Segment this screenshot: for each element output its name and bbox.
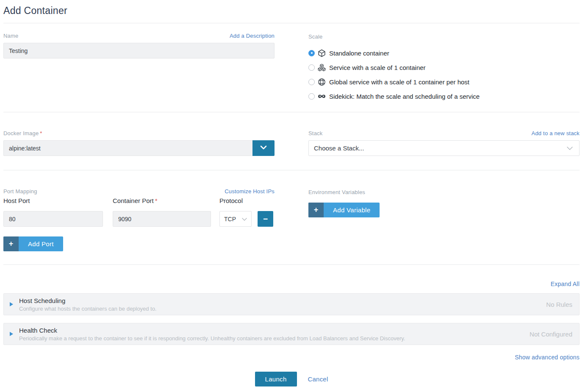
- add-description-link[interactable]: Add a Description: [230, 33, 275, 39]
- env-variables-column: Environment Variables + Add Variable: [308, 188, 580, 251]
- divider: [3, 112, 580, 112]
- accordion-title: Host Scheduling: [19, 297, 538, 304]
- stack-column: Stack Add to a new stack Choose a Stack.…: [308, 130, 580, 156]
- cancel-button[interactable]: Cancel: [308, 375, 328, 383]
- name-input[interactable]: [3, 43, 275, 58]
- section-ports-env: Port Mapping Customize Host IPs Host Por…: [3, 188, 580, 264]
- docker-image-input[interactable]: [3, 140, 252, 156]
- customize-host-ips-link[interactable]: Customize Host IPs: [225, 188, 275, 195]
- required-asterisk: *: [155, 197, 158, 204]
- add-variable-button[interactable]: + Add Variable: [308, 203, 380, 217]
- docker-image-combo: [3, 140, 275, 156]
- protocol-select[interactable]: TCP: [219, 211, 252, 227]
- caret-right-icon[interactable]: [10, 332, 13, 336]
- divider: [3, 23, 580, 23]
- stack-label: Stack: [308, 130, 323, 136]
- chevron-down-icon: [260, 145, 267, 151]
- stack-select[interactable]: Choose a Stack...: [308, 140, 580, 156]
- accordion-host-scheduling[interactable]: Host Scheduling Configure what hosts the…: [3, 293, 580, 315]
- accordion-description: Configure what hosts the containers can …: [19, 306, 538, 312]
- accordion-status: No Rules: [546, 301, 572, 308]
- accordion-title: Health Check: [19, 327, 521, 334]
- divider: [3, 170, 580, 170]
- radio-selected[interactable]: [308, 50, 315, 56]
- cube-icon: [318, 49, 326, 57]
- expand-all-link[interactable]: Expand All: [551, 281, 580, 287]
- cubes-icon: [318, 64, 326, 72]
- container-port-label: Container Port*: [113, 197, 211, 207]
- env-variables-label: Environment Variables: [308, 189, 365, 195]
- accordion-description: Periodically make a request to the conta…: [19, 335, 521, 342]
- chevron-down-icon: [241, 216, 247, 222]
- launch-button[interactable]: Launch: [255, 372, 297, 386]
- name-column: Name Add a Description: [3, 33, 275, 112]
- chevron-down-icon: [566, 145, 573, 152]
- required-asterisk: *: [40, 130, 42, 136]
- host-port-input[interactable]: [3, 211, 103, 227]
- accordion-health-check[interactable]: Health Check Periodically make a request…: [3, 323, 580, 345]
- page-title: Add Container: [3, 5, 580, 17]
- mask-icon: [318, 92, 326, 100]
- divider: [3, 264, 580, 265]
- radio-unselected[interactable]: [308, 93, 315, 100]
- radio-unselected[interactable]: [308, 64, 315, 71]
- show-advanced-options-link[interactable]: Show advanced options: [515, 354, 580, 361]
- docker-image-label: Docker Image*: [3, 130, 42, 136]
- add-container-page: Add Container Name Add a Description Sca…: [0, 0, 588, 386]
- port-mapping-label: Port Mapping: [3, 188, 37, 195]
- radio-unselected[interactable]: [308, 79, 315, 85]
- protocol-label: Protocol: [219, 197, 252, 207]
- scale-column: Scale Standalone container: [308, 33, 580, 112]
- docker-image-column: Docker Image*: [3, 130, 275, 156]
- scale-option-standalone[interactable]: Standalone container: [308, 46, 580, 60]
- remove-port-button[interactable]: −: [258, 211, 273, 227]
- port-row: Host Port Container Port* Protocol TCP: [3, 197, 275, 227]
- footer-actions: Launch Cancel: [3, 372, 580, 386]
- port-mapping-column: Port Mapping Customize Host IPs Host Por…: [3, 188, 275, 251]
- scale-options: Standalone container: [308, 46, 580, 103]
- section-image-stack: Docker Image* Stack Add to a new stack: [3, 130, 580, 170]
- caret-right-icon[interactable]: [10, 302, 13, 306]
- accordion-status: Not Configured: [530, 331, 572, 338]
- plus-icon: +: [3, 236, 19, 251]
- minus-icon: −: [263, 214, 268, 223]
- container-port-input[interactable]: [113, 211, 211, 227]
- plus-icon: +: [308, 203, 324, 217]
- name-label: Name: [3, 33, 18, 39]
- scale-option-service[interactable]: Service with a scale of 1 container: [308, 60, 580, 75]
- host-port-label: Host Port: [3, 197, 103, 207]
- section-name-scale: Name Add a Description Scale Standalone …: [3, 33, 580, 112]
- add-port-button[interactable]: + Add Port: [3, 236, 63, 251]
- scale-label: Scale: [308, 33, 323, 40]
- protocol-select-value: TCP: [224, 216, 236, 222]
- docker-image-dropdown-button[interactable]: [252, 140, 275, 156]
- scale-option-sidekick[interactable]: Sidekick: Match the scale and scheduling…: [308, 89, 580, 103]
- globe-icon: [318, 78, 326, 86]
- stack-select-value: Choose a Stack...: [314, 145, 364, 152]
- add-new-stack-link[interactable]: Add to a new stack: [532, 130, 580, 136]
- scale-option-global[interactable]: Global service with a scale of 1 contain…: [308, 75, 580, 89]
